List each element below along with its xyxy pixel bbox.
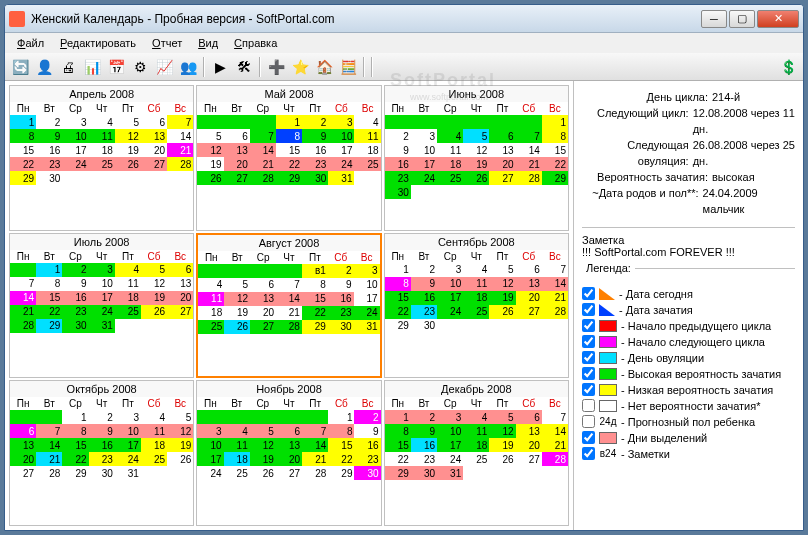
day-cell[interactable]: 1 xyxy=(10,115,36,129)
day-cell[interactable]: 24 xyxy=(328,157,354,171)
day-cell[interactable]: 11 xyxy=(141,424,167,438)
day-cell[interactable]: 14 xyxy=(542,424,568,438)
day-cell[interactable]: 23 xyxy=(36,157,62,171)
day-cell[interactable]: 14 xyxy=(516,143,542,157)
day-cell[interactable]: 9 xyxy=(411,424,437,438)
day-cell[interactable]: 16 xyxy=(411,291,437,305)
day-cell[interactable]: 30 xyxy=(411,319,437,333)
day-cell[interactable]: 10 xyxy=(354,278,380,292)
day-cell[interactable]: 11 xyxy=(115,277,141,291)
day-cell[interactable]: 14 xyxy=(542,277,568,291)
user-button[interactable]: 👤 xyxy=(33,56,55,78)
day-cell[interactable]: 18 xyxy=(463,291,489,305)
day-cell[interactable]: 9 xyxy=(89,424,115,438)
day-cell[interactable]: 22 xyxy=(36,305,62,319)
day-cell[interactable]: 5 xyxy=(489,263,515,277)
day-cell[interactable]: 3 xyxy=(328,115,354,129)
day-cell[interactable]: 23 xyxy=(328,306,354,320)
day-cell[interactable]: 20 xyxy=(167,291,193,305)
day-cell[interactable]: 23 xyxy=(385,171,411,185)
day-cell[interactable]: 27 xyxy=(224,171,250,185)
day-cell[interactable]: 4 xyxy=(354,115,380,129)
day-cell[interactable]: в1 xyxy=(302,264,328,278)
day-cell[interactable]: 15 xyxy=(385,291,411,305)
day-cell[interactable]: 23 xyxy=(62,305,88,319)
day-cell[interactable]: 15 xyxy=(276,143,302,157)
plus-button[interactable]: ➕ xyxy=(265,56,287,78)
day-cell[interactable]: 29 xyxy=(542,171,568,185)
day-cell[interactable]: 29 xyxy=(36,319,62,333)
day-cell[interactable]: 16 xyxy=(328,292,354,306)
day-cell[interactable]: 30 xyxy=(62,319,88,333)
menu-Справка[interactable]: Справка xyxy=(228,35,283,51)
day-cell[interactable]: 24 xyxy=(89,305,115,319)
day-cell[interactable]: 19 xyxy=(224,306,250,320)
day-cell[interactable]: 22 xyxy=(302,306,328,320)
day-cell[interactable]: 9 xyxy=(328,278,354,292)
day-cell[interactable]: 24 xyxy=(62,157,88,171)
maximize-button[interactable]: ▢ xyxy=(729,10,755,28)
day-cell[interactable]: 29 xyxy=(62,466,88,480)
menu-Файл[interactable]: Файл xyxy=(11,35,50,51)
day-prev[interactable] xyxy=(463,115,489,129)
day-cell[interactable]: 28 xyxy=(167,157,193,171)
day-cell[interactable]: 3 xyxy=(437,410,463,424)
day-cell[interactable]: 10 xyxy=(328,129,354,143)
day-cell[interactable]: 16 xyxy=(36,143,62,157)
calendar-button[interactable]: 📅 xyxy=(105,56,127,78)
menu-Вид[interactable]: Вид xyxy=(192,35,224,51)
day-cell[interactable]: 4 xyxy=(463,410,489,424)
day-cell[interactable]: 13 xyxy=(250,292,276,306)
day-cell[interactable]: 19 xyxy=(250,452,276,466)
day-cell[interactable]: 5 xyxy=(197,129,223,143)
day-cell[interactable]: 27 xyxy=(10,466,36,480)
day-cell[interactable]: 26 xyxy=(250,466,276,480)
day-prev[interactable] xyxy=(437,115,463,129)
day-cell[interactable]: 30 xyxy=(302,171,328,185)
chart-button[interactable]: 📊 xyxy=(81,56,103,78)
day-cell[interactable]: 1 xyxy=(276,115,302,129)
day-cell[interactable]: 10 xyxy=(437,424,463,438)
day-cell[interactable]: 20 xyxy=(516,438,542,452)
day-cell[interactable]: 26 xyxy=(224,320,250,334)
day-cell[interactable]: 3 xyxy=(197,424,223,438)
day-cell[interactable]: 10 xyxy=(89,277,115,291)
day-cell[interactable]: 6 xyxy=(276,424,302,438)
menu-Редактировать[interactable]: Редактировать xyxy=(54,35,142,51)
person-button[interactable]: 👥 xyxy=(177,56,199,78)
day-cell[interactable]: 6 xyxy=(489,129,515,143)
calc-button[interactable]: 🧮 xyxy=(337,56,359,78)
day-cell[interactable]: 2 xyxy=(328,264,354,278)
day-cell[interactable]: 4 xyxy=(141,410,167,424)
day-cell[interactable]: 29 xyxy=(385,466,411,480)
day-cell[interactable]: 13 xyxy=(276,438,302,452)
day-cell[interactable]: 11 xyxy=(89,129,115,143)
day-cell[interactable]: 17 xyxy=(354,292,380,306)
day-cell[interactable]: 2 xyxy=(385,129,411,143)
day-cell[interactable]: 12 xyxy=(250,438,276,452)
day-cell[interactable]: 11 xyxy=(463,277,489,291)
legend-checkbox[interactable] xyxy=(582,287,595,300)
day-cell[interactable]: 3 xyxy=(437,263,463,277)
legend-checkbox[interactable] xyxy=(582,415,595,428)
day-cell[interactable]: 5 xyxy=(224,278,250,292)
day-cell[interactable]: 19 xyxy=(463,157,489,171)
day-cell[interactable]: 18 xyxy=(141,438,167,452)
day-cell[interactable]: 3 xyxy=(354,264,380,278)
day-cell[interactable]: 13 xyxy=(516,277,542,291)
day-prev[interactable] xyxy=(198,264,224,278)
day-cell[interactable]: 2 xyxy=(62,263,88,277)
day-cell[interactable]: 3 xyxy=(89,263,115,277)
day-cell[interactable]: 23 xyxy=(302,157,328,171)
day-cell[interactable]: 21 xyxy=(302,452,328,466)
day-cell[interactable]: 2 xyxy=(354,410,380,424)
day-cell[interactable]: 1 xyxy=(542,115,568,129)
day-cell[interactable]: 16 xyxy=(354,438,380,452)
day-cell[interactable]: 12 xyxy=(224,292,250,306)
day-cell[interactable]: 7 xyxy=(302,424,328,438)
day-cell[interactable]: 25 xyxy=(224,466,250,480)
day-cell[interactable]: 14 xyxy=(302,438,328,452)
day-prev[interactable] xyxy=(10,410,36,424)
day-cell[interactable]: 4 xyxy=(224,424,250,438)
day-cell[interactable]: 12 xyxy=(489,424,515,438)
